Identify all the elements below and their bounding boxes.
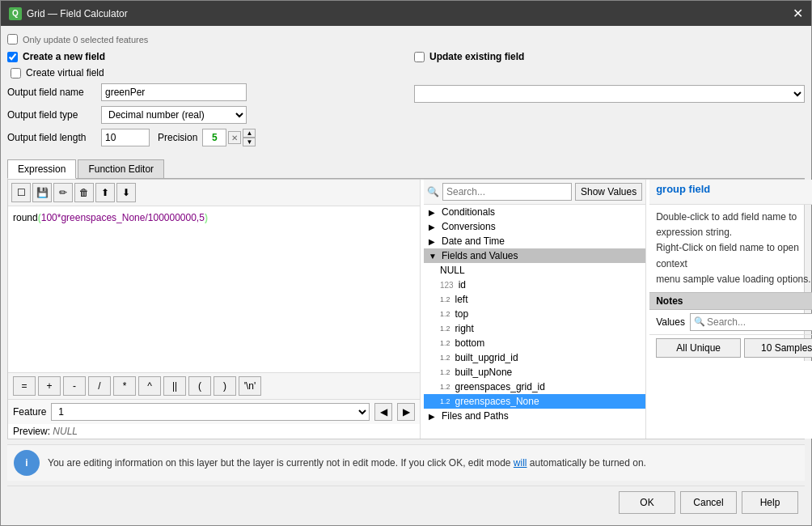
tree-item-greenspaces-grid-id[interactable]: 1.2 greenspaces_grid_id (424, 380, 645, 394)
export-expression-btn[interactable]: ⬇ (116, 183, 136, 202)
tab-expression[interactable]: Expression (7, 159, 76, 179)
delete-expression-btn[interactable]: 🗑 (74, 183, 94, 202)
cancel-button[interactable]: Cancel (680, 491, 737, 514)
tree-item-files-paths[interactable]: ▶ Files and Paths (424, 409, 645, 423)
id-field-label: id (459, 279, 466, 291)
edit-expression-btn[interactable]: ✏ (53, 183, 73, 202)
op-multiply[interactable]: * (113, 376, 136, 396)
tree-item-built-upgrid-id[interactable]: 1.2 built_upgrid_id (424, 350, 645, 365)
tree-item-null[interactable]: NULL (424, 263, 645, 278)
tree-item-bottom[interactable]: 1.2 bottom (424, 336, 645, 350)
op-plus[interactable]: + (38, 376, 61, 396)
date-time-arrow: ▶ (429, 237, 438, 246)
values-label: Values (656, 316, 685, 328)
greenspaces-None-label: greenspaces_None (455, 396, 539, 407)
tree-item-date-time[interactable]: ▶ Date and Time (424, 234, 645, 248)
tabbed-area: Expression Function Editor ☐ 💾 ✏ 🗑 (7, 156, 805, 439)
right-type-icon: 1.2 (440, 325, 450, 333)
tree-item-conditionals[interactable]: ▶ Conditionals (424, 205, 645, 219)
next-feature-btn[interactable]: ▶ (397, 403, 415, 421)
op-open-paren[interactable]: ( (188, 376, 211, 396)
tree-item-conversions[interactable]: ▶ Conversions (424, 219, 645, 234)
update-field-select[interactable] (414, 85, 805, 103)
tree-item-right[interactable]: 1.2 right (424, 321, 645, 336)
bottom-message: You are editing information on this laye… (48, 456, 798, 470)
info-title: group field (649, 180, 812, 204)
op-concat[interactable]: || (163, 376, 186, 396)
notes-bar: Notes ▼ (649, 292, 812, 310)
op-minus[interactable]: - (63, 376, 86, 396)
create-virtual-field-label: Create virtual field (26, 67, 104, 78)
info-icon: i (14, 450, 40, 476)
only-update-checkbox[interactable] (7, 34, 18, 45)
feature-select[interactable]: 1 (51, 403, 370, 421)
save-expression-btn[interactable]: 💾 (32, 183, 52, 202)
precision-down-btn[interactable]: ▼ (243, 138, 256, 146)
values-row: Values 🔍 (649, 310, 812, 335)
tree-item-fields-values[interactable]: ▼ Fields and Values (424, 248, 645, 263)
show-values-btn[interactable]: Show Values (575, 183, 642, 201)
op-equals[interactable]: = (13, 376, 36, 396)
main-panel-area: ☐ 💾 ✏ 🗑 ⬆ ⬇ round(100*greenspaces_None/1… (7, 179, 805, 439)
new-expression-btn[interactable]: ☐ (11, 183, 31, 202)
op-power[interactable]: ^ (138, 376, 161, 396)
values-search-input[interactable] (707, 316, 812, 328)
precision-group: 5 ✕ ▲ ▼ (202, 129, 256, 146)
ten-samples-btn[interactable]: 10 Samples (744, 338, 812, 358)
function-tree-panel: 🔍 Show Values ▶ Conditionals ▶ (424, 180, 646, 439)
top-type-icon: 1.2 (440, 310, 450, 318)
preview-row: Preview: NULL (8, 424, 420, 439)
dialog-buttons: OK Cancel Help (7, 486, 805, 519)
bottom-link: will (514, 457, 527, 469)
output-field-type-select[interactable]: Decimal number (real) (101, 106, 247, 124)
create-virtual-field-row: Create virtual field (11, 67, 398, 78)
conversions-arrow: ▶ (429, 223, 438, 231)
greenspaces-None-type-icon: 1.2 (440, 397, 450, 405)
fields-values-label: Fields and Values (442, 250, 518, 261)
update-field-dropdown-area (414, 85, 805, 103)
titlebar-left: Q Grid — Field Calculator (9, 7, 128, 20)
all-unique-btn[interactable]: All Unique (656, 338, 741, 358)
create-new-field-checkbox[interactable] (7, 52, 18, 62)
update-existing-field-label: Update existing field (429, 51, 524, 62)
help-button[interactable]: Help (742, 491, 798, 514)
function-search-input[interactable] (442, 183, 572, 201)
op-close-paren[interactable]: ) (214, 376, 236, 396)
output-field-length-label: Output field length (7, 132, 96, 143)
feature-label: Feature (13, 406, 46, 418)
op-divide[interactable]: / (88, 376, 111, 396)
expression-toolbar: ☐ 💾 ✏ 🗑 ⬆ ⬇ (8, 180, 420, 206)
right-field-label: right (455, 323, 474, 334)
tree-item-top[interactable]: 1.2 top (424, 307, 645, 321)
tree-item-greenspaces-None[interactable]: 1.2 greenspaces_None (424, 394, 645, 409)
bottom-field-label: bottom (455, 337, 485, 349)
precision-up-btn[interactable]: ▲ (243, 129, 256, 138)
create-new-field-label: Create a new field (23, 51, 105, 62)
precision-clear-btn[interactable]: ✕ (228, 131, 241, 144)
notes-label: Notes (656, 295, 683, 307)
function-tree-list: ▶ Conditionals ▶ Conversions ▶ Date and … (424, 205, 645, 439)
output-field-type-label: Output field type (7, 109, 96, 121)
op-newline[interactable]: '\n' (239, 376, 261, 396)
feature-row: Feature 1 ◀ ▶ (8, 399, 420, 424)
top-field-label: top (455, 308, 469, 320)
expr-arguments: 100*greenspaces_None/100000000,5 (41, 212, 205, 223)
create-virtual-field-checkbox[interactable] (11, 68, 21, 78)
tab-function-editor[interactable]: Function Editor (78, 159, 164, 178)
output-field-name-input[interactable] (101, 83, 247, 101)
top-bar: Only update 0 selected features (7, 32, 805, 46)
import-expression-btn[interactable]: ⬆ (95, 183, 115, 202)
conditionals-arrow: ▶ (429, 208, 438, 217)
tree-item-id[interactable]: 123 id (424, 278, 645, 292)
tree-item-built-upNone[interactable]: 1.2 built_upNone (424, 365, 645, 380)
create-field-section: Create a new field Create virtual field … (7, 51, 398, 151)
output-field-length-input[interactable] (101, 129, 150, 146)
prev-feature-btn[interactable]: ◀ (374, 403, 392, 421)
tabs: Expression Function Editor (7, 159, 805, 179)
preview-value: NULL (53, 426, 78, 437)
close-button[interactable]: ✕ (793, 6, 803, 21)
update-existing-field-checkbox[interactable] (414, 52, 425, 62)
ok-button[interactable]: OK (619, 491, 675, 514)
expression-editor[interactable]: round(100*greenspaces_None/100000000,5) (8, 206, 420, 372)
tree-item-left[interactable]: 1.2 left (424, 292, 645, 307)
